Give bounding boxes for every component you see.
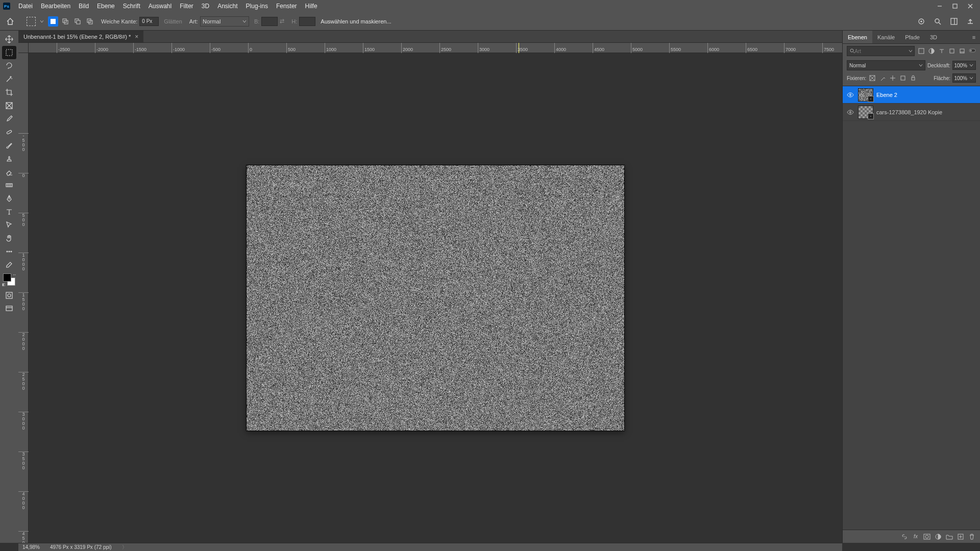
window-maximize[interactable] [947, 0, 963, 12]
link-layers-icon[interactable] [899, 532, 910, 542]
svg-point-43 [850, 94, 851, 95]
feather-input[interactable] [139, 17, 159, 26]
menu-hilfe[interactable]: Hilfe [301, 0, 322, 12]
menu-plug-ins[interactable]: Plug-ins [242, 0, 272, 12]
vertical-ruler[interactable]: -500050010001500200025003000350040004500 [18, 53, 29, 543]
filter-pixel-icon[interactable] [917, 46, 926, 56]
pen-tool[interactable] [2, 192, 16, 205]
delete-layer-icon[interactable] [967, 532, 977, 542]
lasso-tool[interactable] [2, 59, 16, 72]
filter-type-icon[interactable] [937, 46, 946, 56]
default-colors-icon[interactable]: ◧ [2, 283, 6, 287]
lock-pixels-icon[interactable] [878, 74, 887, 82]
search-icon[interactable] [931, 15, 944, 28]
adjustment-layer-icon[interactable] [933, 532, 943, 542]
selection-new[interactable] [48, 16, 58, 27]
selection-intersect[interactable] [85, 16, 95, 27]
layer-name-label[interactable]: Ebene 2 [876, 92, 897, 98]
ruler-origin-corner[interactable] [18, 43, 29, 53]
lock-position-icon[interactable] [889, 74, 897, 82]
style-select[interactable]: Normal [200, 16, 249, 27]
marquee-dropdown[interactable] [40, 15, 44, 28]
share-icon[interactable] [964, 15, 977, 28]
layer-row[interactable]: ▫Ebene 2 [843, 86, 980, 104]
window-close[interactable] [963, 0, 978, 12]
fill-value[interactable]: 100% [952, 73, 976, 83]
new-layer-icon[interactable] [955, 532, 966, 542]
window-minimize[interactable] [932, 0, 947, 12]
color-swatches[interactable]: ↔ ◧ [2, 272, 16, 287]
menu-bearbeiten[interactable]: Bearbeiten [37, 0, 75, 12]
status-chevron-icon[interactable]: 〉 [122, 544, 127, 551]
type-tool[interactable] [2, 205, 16, 218]
layer-name-label[interactable]: cars-1273808_1920 Kopie [876, 109, 942, 115]
layer-filter-search[interactable] [847, 46, 915, 56]
quick-mask-toggle[interactable] [2, 289, 16, 302]
brush-tool[interactable] [2, 139, 16, 152]
layer-thumbnail[interactable]: ▫ [858, 88, 873, 102]
healing-brush-tool[interactable] [2, 126, 16, 139]
close-tab-icon[interactable]: × [135, 33, 138, 40]
menu-3d[interactable]: 3D [198, 0, 213, 12]
layer-row[interactable]: ▫cars-1273808_1920 Kopie [843, 104, 980, 121]
blend-mode-select[interactable]: Normal [847, 60, 925, 70]
hand-tool[interactable] [2, 232, 16, 245]
marquee-tool[interactable] [2, 46, 16, 59]
layer-fx-icon[interactable]: fx [911, 532, 921, 542]
filter-toggle-switch[interactable] [969, 48, 976, 54]
lock-artboard-icon[interactable] [899, 74, 907, 82]
menu-fenster[interactable]: Fenster [272, 0, 301, 12]
filter-shape-icon[interactable] [947, 46, 957, 56]
opacity-value[interactable]: 100% [952, 61, 976, 70]
workspace-switcher-icon[interactable] [947, 15, 961, 28]
path-selection-tool[interactable] [2, 218, 16, 232]
foreground-color-swatch[interactable] [3, 273, 11, 282]
select-and-mask-button[interactable]: Auswählen und maskieren... [321, 18, 391, 24]
lock-all-icon[interactable] [909, 74, 917, 82]
menu-ansicht[interactable]: Ansicht [213, 0, 241, 12]
screen-mode-toggle[interactable] [2, 302, 16, 315]
menu-schrift[interactable]: Schrift [119, 0, 144, 12]
layer-visibility-toggle[interactable] [846, 90, 855, 99]
edit-toolbar[interactable] [2, 258, 16, 271]
cloud-docs-icon[interactable] [915, 15, 928, 28]
svg-line-13 [939, 22, 941, 24]
panel-tab-3d[interactable]: 3D [925, 31, 942, 43]
home-button[interactable] [3, 14, 17, 29]
gradient-tool[interactable] [2, 179, 16, 192]
dots-tool[interactable] [2, 245, 16, 258]
eraser-tool[interactable] [2, 165, 16, 179]
document-info[interactable]: 4976 Px x 3319 Px (72 ppi) [50, 544, 112, 550]
document-canvas[interactable] [247, 165, 624, 431]
panel-tab-kanäle[interactable]: Kanäle [872, 31, 900, 43]
eyedropper-tool[interactable] [2, 112, 16, 126]
menu-ebene[interactable]: Ebene [93, 0, 119, 12]
filter-adjust-icon[interactable] [927, 46, 936, 56]
lock-transparency-icon[interactable] [868, 74, 876, 82]
layer-visibility-toggle[interactable] [846, 108, 855, 117]
zoom-level[interactable]: 14,98% [22, 544, 40, 550]
panel-menu-icon[interactable]: ≡ [968, 31, 980, 43]
frame-tool[interactable] [2, 99, 16, 112]
document-tab[interactable]: Unbenannt-1 bei 15% (Ebene 2, RGB/8#) * … [18, 31, 143, 42]
layer-thumbnail[interactable]: ▫ [858, 106, 873, 119]
clone-stamp-tool[interactable] [2, 152, 16, 165]
panel-tab-pfade[interactable]: Pfade [900, 31, 925, 43]
layer-group-icon[interactable] [944, 532, 954, 542]
horizontal-ruler[interactable]: -2500-2000-1500-1000-5000500100015002000… [29, 43, 842, 53]
menu-auswahl[interactable]: Auswahl [144, 0, 176, 12]
menu-filter[interactable]: Filter [176, 0, 198, 12]
move-tool[interactable] [2, 33, 16, 46]
layer-filter-input[interactable] [854, 48, 909, 54]
swap-colors-icon[interactable]: ↔ [12, 272, 16, 277]
panel-tab-ebenen[interactable]: Ebenen [843, 31, 872, 43]
filter-smart-icon[interactable] [958, 46, 967, 56]
menu-bild[interactable]: Bild [75, 0, 93, 12]
canvas-area[interactable] [29, 53, 842, 543]
selection-add[interactable] [60, 16, 70, 27]
selection-subtract[interactable] [72, 16, 83, 27]
layer-mask-icon[interactable] [922, 532, 932, 542]
crop-tool[interactable] [2, 86, 16, 99]
magic-wand-tool[interactable] [2, 72, 16, 86]
menu-datei[interactable]: Datei [14, 0, 37, 12]
